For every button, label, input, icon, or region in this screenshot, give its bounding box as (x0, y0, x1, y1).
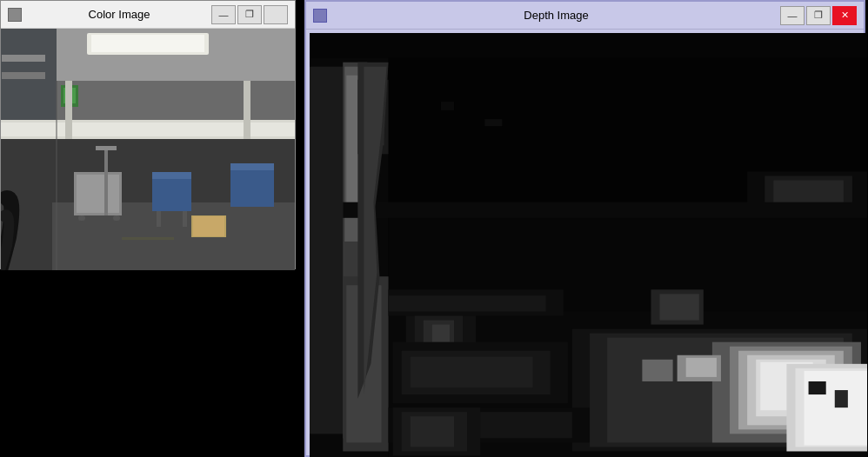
svg-rect-75 (441, 102, 454, 110)
depth-title-bar[interactable]: Depth Image — ❐ ✕ (306, 2, 864, 30)
svg-rect-61 (642, 360, 672, 381)
svg-rect-6 (2, 55, 45, 62)
svg-rect-30 (122, 237, 174, 240)
svg-rect-11 (1, 123, 295, 136)
color-window-title: Color Image (27, 8, 211, 21)
svg-rect-23 (77, 175, 119, 213)
svg-rect-20 (230, 168, 274, 207)
depth-close-button[interactable]: ✕ (832, 6, 857, 25)
depth-image-display (310, 33, 867, 457)
color-window-icon (8, 8, 22, 22)
color-window-buttons: — ❐ (211, 5, 288, 24)
svg-rect-16 (152, 176, 191, 211)
svg-rect-17 (152, 172, 191, 179)
color-minimize-button[interactable]: — (211, 5, 236, 24)
svg-rect-58 (835, 390, 848, 407)
depth-window-buttons: — ❐ ✕ (780, 6, 857, 25)
svg-rect-21 (230, 163, 274, 170)
svg-rect-18 (157, 211, 161, 227)
svg-rect-83 (411, 357, 533, 387)
svg-rect-76 (484, 119, 502, 126)
svg-rect-74 (389, 295, 546, 311)
svg-rect-29 (96, 146, 117, 150)
svg-rect-25 (113, 215, 120, 221)
svg-rect-24 (78, 215, 85, 221)
depth-minimize-button[interactable]: — (780, 6, 805, 25)
color-maximize-button[interactable]: ❐ (237, 5, 262, 24)
color-image-window: Color Image — ❐ (0, 0, 296, 269)
svg-rect-57 (809, 381, 826, 394)
color-window-content (1, 29, 295, 270)
depth-maximize-button[interactable]: ❐ (806, 6, 831, 25)
svg-rect-3 (91, 35, 204, 52)
svg-rect-27 (193, 216, 224, 236)
svg-rect-80 (660, 294, 699, 320)
color-close-button[interactable] (264, 5, 288, 24)
depth-window-icon (313, 9, 327, 23)
depth-image-window: Depth Image — ❐ ✕ (304, 0, 865, 457)
svg-rect-28 (104, 146, 108, 215)
color-image-display (1, 29, 295, 270)
svg-rect-86 (411, 416, 454, 447)
depth-window-content (310, 33, 867, 457)
svg-rect-37 (346, 76, 358, 207)
svg-rect-60 (686, 358, 717, 377)
color-title-bar[interactable]: Color Image — ❐ (1, 1, 295, 29)
svg-rect-43 (343, 202, 867, 218)
svg-rect-19 (183, 211, 187, 227)
depth-window-title: Depth Image (332, 9, 780, 22)
svg-rect-72 (432, 325, 450, 342)
svg-rect-7 (2, 72, 45, 79)
